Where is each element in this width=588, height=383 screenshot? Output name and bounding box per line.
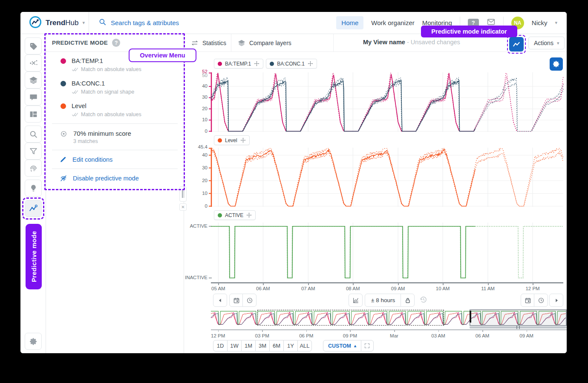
- context-view-window[interactable]: [470, 309, 567, 326]
- predictive-mode-indicator-button[interactable]: [509, 37, 524, 51]
- global-search[interactable]: Search tags & attributes: [89, 18, 336, 28]
- time-navigation-toolbar: ± 8 hours: [184, 294, 567, 307]
- chevron-up-icon: ▴: [354, 343, 356, 348]
- refresh-history-button[interactable]: [419, 295, 428, 306]
- user-chevron-down-icon[interactable]: ▾: [555, 20, 557, 26]
- zoom-preset-1m[interactable]: 1M: [241, 340, 256, 352]
- sidebar-tool-fingerprint[interactable]: [25, 160, 42, 177]
- context-axis-tick: [306, 329, 307, 332]
- sidebar-tool-tag[interactable]: [25, 37, 42, 54]
- sidebar-tool-search[interactable]: [25, 126, 42, 143]
- expand-icon: [364, 343, 370, 349]
- filter-icon: [29, 147, 38, 156]
- context-axis-tick: [350, 329, 351, 332]
- edit-conditions-button[interactable]: Edit conditions: [46, 150, 184, 163]
- y-axis-state-label: INACTIVE: [184, 275, 208, 280]
- context-axis-tick-label: 09 PM: [343, 333, 357, 338]
- brand[interactable]: TrendHub ▾: [20, 16, 89, 30]
- chart-settings-button[interactable]: [550, 57, 563, 71]
- x-axis-tick: [398, 283, 399, 285]
- nav-work-organizer[interactable]: Work organizer: [371, 19, 414, 26]
- actions-button[interactable]: Actions▾: [528, 37, 565, 49]
- statistics-label: Statistics: [202, 40, 226, 46]
- gear-icon: [552, 60, 560, 68]
- y-axis-tick-label: 10: [184, 117, 208, 122]
- predictive-mode-panel: PREDICTIVE MODE ? BA:TEMP.1Match on abso…: [46, 34, 184, 353]
- context-axis-tick: [438, 329, 439, 332]
- panel-close-button[interactable]: ✕: [179, 203, 187, 211]
- sidebar-tool-settings[interactable]: [25, 333, 42, 350]
- sidebar-tool-lightbulb[interactable]: [25, 180, 42, 197]
- fit-range-button[interactable]: [361, 340, 374, 352]
- custom-range-button[interactable]: CUSTOM▴: [323, 340, 361, 352]
- clock-end-button[interactable]: [534, 294, 548, 307]
- context-axis-tick: [262, 329, 263, 332]
- sidebar-tool-comment[interactable]: [25, 89, 42, 106]
- search-input[interactable]: Search tags & attributes: [111, 19, 179, 26]
- calendar-start-button[interactable]: [229, 294, 243, 307]
- gear-icon: [29, 337, 38, 346]
- compare-layers-button[interactable]: Compare layers: [238, 34, 291, 52]
- step-back-button[interactable]: [213, 294, 227, 307]
- sidebar-tool-dashboard[interactable]: [25, 106, 42, 123]
- move-icon[interactable]: [254, 61, 259, 66]
- calendar-end-button[interactable]: [521, 294, 535, 307]
- clock-start-button[interactable]: [242, 294, 257, 307]
- chart-level[interactable]: [211, 148, 563, 207]
- x-axis-tick: [488, 283, 489, 285]
- nav-home[interactable]: Home: [336, 16, 363, 29]
- chart-temp-conc[interactable]: [211, 72, 563, 132]
- signal-row[interactable]: BA:CONC.1: [61, 80, 184, 87]
- trend-white-icon: [512, 40, 521, 49]
- zoom-preset-all[interactable]: ALL: [297, 340, 312, 352]
- disable-predictive-mode-button[interactable]: Disable predictive mode: [46, 169, 184, 182]
- panel-help-icon[interactable]: ?: [112, 39, 120, 47]
- sidebar-tool-layers[interactable]: [25, 71, 42, 89]
- zoom-preset-6m[interactable]: 6M: [269, 340, 284, 352]
- context-timeline[interactable]: [211, 310, 567, 326]
- lock-range-button[interactable]: [401, 294, 415, 307]
- x-axis-tick-label: 12 PM: [525, 286, 539, 291]
- step-forward-button[interactable]: [549, 294, 563, 307]
- x-axis-tick-label: 11 AM: [481, 286, 495, 291]
- tag-icon: [29, 42, 38, 51]
- signal-row[interactable]: Level: [61, 103, 184, 109]
- brand-chevron-down-icon[interactable]: ▾: [82, 20, 85, 26]
- signal-name: Level: [72, 103, 86, 109]
- y-axis-tick-label: 0: [184, 129, 208, 134]
- context-scrollbar[interactable]: [470, 326, 567, 329]
- zoom-preset-1y[interactable]: 1Y: [283, 340, 298, 352]
- legend-chip-level[interactable]: Level: [214, 135, 250, 145]
- now-marker: [470, 311, 471, 323]
- legend-color-dot: [218, 213, 222, 217]
- predictive-mode-vertical-label: Predictive mode: [26, 224, 42, 289]
- user-name[interactable]: Nicky: [532, 19, 548, 26]
- y-axis-state-label: ACTIVE: [184, 223, 208, 229]
- legend-chip-active[interactable]: ACTIVE: [214, 210, 256, 220]
- sidebar-tool-filter[interactable]: [25, 143, 42, 160]
- zoom-preset-1d[interactable]: 1D: [213, 340, 228, 352]
- context-selection-box[interactable]: [257, 310, 444, 326]
- signal-color-dot: [61, 58, 66, 64]
- move-icon[interactable]: [308, 61, 313, 66]
- move-icon[interactable]: [240, 137, 246, 143]
- double-check-icon: [72, 111, 78, 118]
- clock-icon: [538, 297, 545, 304]
- history-icon: [419, 295, 428, 304]
- legend-chip-ba-conc-1[interactable]: BA:CONC.1: [266, 59, 317, 69]
- scrollbar-handle[interactable]: [516, 326, 520, 329]
- zoom-preset-1w[interactable]: 1W: [227, 340, 242, 352]
- y-axis-tick-label: 0: [184, 203, 208, 209]
- sidebar-tool-calculation[interactable]: [25, 54, 42, 71]
- chart-active[interactable]: [211, 223, 563, 282]
- panel-resize-handle[interactable]: [179, 186, 187, 202]
- time-range-button[interactable]: ± 8 hours: [365, 294, 401, 307]
- target-icon: [60, 130, 68, 138]
- move-icon[interactable]: [246, 212, 252, 218]
- y-axis-tick-label: 20: [184, 178, 208, 183]
- legend-row: ACTIVE: [214, 210, 256, 220]
- chart-type-button[interactable]: [349, 294, 363, 307]
- legend-chip-ba-temp-1[interactable]: BA:TEMP.1: [214, 59, 263, 69]
- statistics-button[interactable]: Statistics: [191, 34, 226, 52]
- zoom-preset-3m[interactable]: 3M: [255, 340, 270, 352]
